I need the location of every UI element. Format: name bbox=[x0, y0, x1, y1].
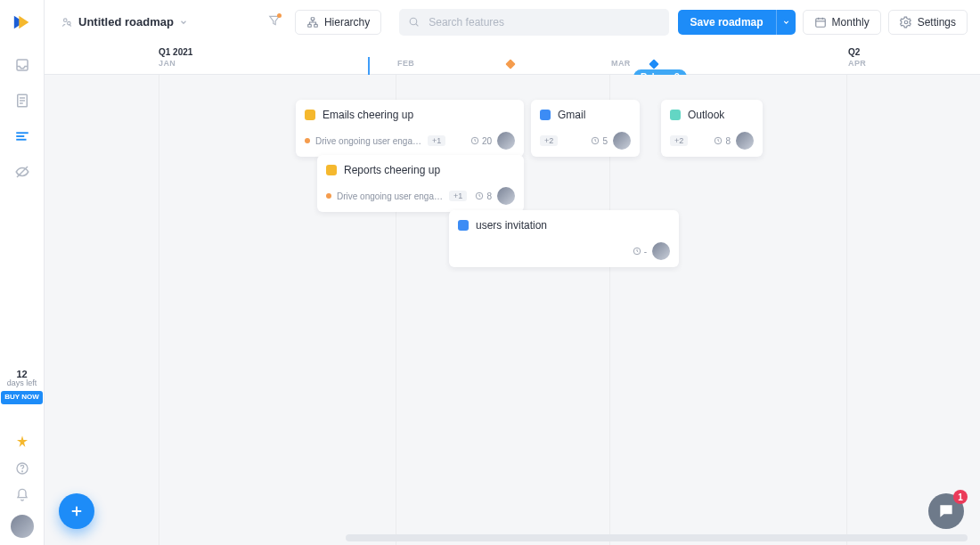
buy-now-button[interactable]: BUY NOW bbox=[1, 391, 43, 404]
assignee-avatar[interactable] bbox=[613, 132, 631, 150]
feature-card[interactable]: Gmail +2 5 bbox=[531, 100, 640, 157]
card-title: Gmail bbox=[558, 109, 585, 121]
extra-tags-chip[interactable]: +2 bbox=[540, 135, 558, 146]
assignee-avatar[interactable] bbox=[652, 242, 670, 260]
add-feature-fab[interactable] bbox=[59, 493, 94, 529]
svg-point-26 bbox=[904, 20, 908, 24]
month-label: JAN bbox=[159, 59, 176, 68]
color-swatch bbox=[458, 220, 469, 231]
svg-rect-17 bbox=[311, 17, 314, 20]
settings-label: Settings bbox=[918, 16, 956, 28]
svg-marker-1 bbox=[19, 16, 29, 29]
svg-rect-19 bbox=[314, 24, 318, 27]
month-label: MAR bbox=[611, 59, 631, 68]
nav-inbox[interactable] bbox=[14, 57, 30, 73]
zoom-monthly-button[interactable]: Monthly bbox=[803, 10, 881, 35]
card-estimate: - bbox=[633, 247, 647, 256]
svg-point-13 bbox=[21, 471, 22, 472]
calendar-icon bbox=[814, 16, 827, 28]
feature-card[interactable]: Outlook +2 8 bbox=[661, 100, 763, 157]
top-toolbar: Untitled roadmap Hierarchy Save bbox=[45, 0, 980, 45]
app-logo[interactable] bbox=[0, 0, 45, 45]
roadmap-icon bbox=[61, 16, 73, 28]
svg-rect-18 bbox=[308, 24, 312, 27]
milestone-marker[interactable] bbox=[505, 59, 515, 69]
extra-tags-chip[interactable]: +1 bbox=[428, 135, 445, 146]
user-avatar[interactable] bbox=[11, 515, 34, 538]
filter-active-dot bbox=[277, 13, 282, 18]
color-swatch bbox=[326, 165, 337, 175]
card-title: Outlook bbox=[688, 109, 724, 121]
chat-icon bbox=[937, 502, 955, 520]
card-title: users invitation bbox=[476, 219, 547, 232]
card-tag: Drive ongoing user engagem… bbox=[337, 191, 444, 201]
zoom-label: Monthly bbox=[832, 16, 870, 28]
svg-point-14 bbox=[64, 18, 68, 21]
svg-line-21 bbox=[416, 24, 419, 27]
assignee-avatar[interactable] bbox=[497, 132, 515, 150]
card-title: Reports cheering up bbox=[344, 164, 440, 176]
tag-dot bbox=[305, 138, 310, 143]
svg-rect-22 bbox=[815, 18, 825, 26]
filter-icon[interactable] bbox=[268, 14, 281, 30]
card-tag: Drive ongoing user engagem… bbox=[315, 136, 422, 146]
nav-docs[interactable] bbox=[14, 93, 30, 109]
extra-tags-chip[interactable]: +2 bbox=[670, 135, 688, 146]
help-icon[interactable] bbox=[15, 461, 29, 476]
roadmap-title: Untitled roadmap bbox=[78, 15, 174, 28]
clock-icon bbox=[714, 136, 723, 145]
nav-hidden[interactable] bbox=[14, 164, 30, 180]
plus-icon bbox=[69, 503, 85, 519]
clock-icon bbox=[475, 191, 484, 200]
hierarchy-button[interactable]: Hierarchy bbox=[295, 10, 381, 35]
color-swatch bbox=[670, 110, 681, 120]
intercom-launcher[interactable]: 1 bbox=[928, 493, 964, 529]
color-swatch bbox=[305, 110, 315, 120]
quarter-label: Q2 bbox=[848, 47, 860, 57]
chevron-down-icon bbox=[179, 14, 188, 30]
notifications-icon[interactable] bbox=[15, 488, 29, 502]
feature-card[interactable]: users invitation - bbox=[449, 210, 679, 267]
timeline-header: Q1 2021 Q2 JAN FEB MAR APR Release? bbox=[45, 45, 980, 75]
svg-marker-11 bbox=[17, 435, 28, 447]
feature-card[interactable]: Emails cheering up Drive ongoing user en… bbox=[296, 100, 524, 157]
month-label: APR bbox=[848, 59, 866, 68]
month-label: FEB bbox=[397, 59, 414, 68]
clock-icon bbox=[633, 247, 641, 256]
assignee-avatar[interactable] bbox=[736, 132, 754, 150]
trial-text: days left bbox=[7, 379, 37, 388]
search-box[interactable] bbox=[399, 9, 668, 36]
milestone-marker[interactable] bbox=[649, 59, 658, 69]
card-estimate: 8 bbox=[475, 191, 492, 201]
roadmap-title-dropdown[interactable]: Untitled roadmap bbox=[61, 14, 188, 30]
settings-button[interactable]: Settings bbox=[888, 10, 968, 35]
trial-status: 12 days left BUY NOW bbox=[0, 369, 44, 404]
horizontal-scrollbar[interactable] bbox=[346, 534, 968, 541]
color-swatch bbox=[540, 110, 551, 120]
save-roadmap-menu[interactable] bbox=[776, 10, 796, 35]
extra-tags-chip[interactable]: +1 bbox=[449, 191, 467, 201]
save-roadmap-button[interactable]: Save roadmap bbox=[678, 10, 776, 35]
ai-assist-icon[interactable] bbox=[15, 435, 29, 449]
quarter-label: Q1 2021 bbox=[159, 47, 192, 57]
gear-icon bbox=[900, 16, 912, 28]
card-estimate: 5 bbox=[591, 136, 608, 146]
assignee-avatar[interactable] bbox=[497, 187, 515, 205]
tag-dot bbox=[326, 193, 331, 199]
roadmap-canvas[interactable]: Emails cheering up Drive ongoing user en… bbox=[45, 75, 980, 545]
search-input[interactable] bbox=[427, 15, 659, 29]
hierarchy-label: Hierarchy bbox=[324, 16, 370, 28]
clock-icon bbox=[470, 136, 479, 145]
card-title: Emails cheering up bbox=[323, 109, 413, 121]
nav-roadmap[interactable] bbox=[14, 128, 30, 144]
svg-point-20 bbox=[410, 18, 417, 25]
search-icon bbox=[408, 16, 420, 28]
feature-card[interactable]: Reports cheering up Drive ongoing user e… bbox=[317, 155, 524, 212]
card-estimate: 20 bbox=[470, 136, 492, 146]
sidebar: 12 days left BUY NOW bbox=[0, 0, 45, 545]
card-estimate: 8 bbox=[714, 136, 731, 146]
intercom-badge: 1 bbox=[953, 490, 968, 504]
clock-icon bbox=[591, 136, 600, 145]
